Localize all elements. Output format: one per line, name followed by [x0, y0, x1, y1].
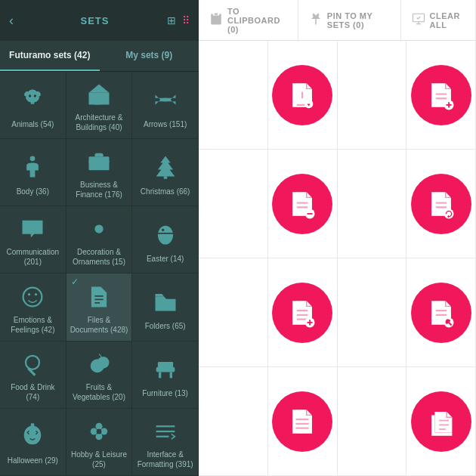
main-cell-3[interactable]	[406, 41, 476, 150]
folders-label: Folders (65)	[145, 321, 186, 331]
clipboard-icon	[209, 12, 223, 29]
svg-rect-29	[158, 362, 173, 369]
food-icon	[17, 351, 48, 378]
interface-icon	[150, 418, 181, 445]
main-cell-13[interactable]	[268, 367, 338, 476]
doc-multi-circle	[411, 391, 471, 452]
main-cell-9[interactable]	[268, 258, 338, 367]
communication-label: Communication (201)	[3, 247, 63, 267]
main-cell-15[interactable]	[406, 367, 476, 476]
pin-icon	[309, 12, 323, 29]
svg-point-18	[28, 293, 30, 295]
main-cell-4[interactable]	[199, 150, 268, 258]
files-icon	[84, 283, 114, 310]
architecture-icon	[84, 81, 114, 108]
hobby-icon	[84, 418, 114, 445]
set-animals[interactable]: Animals (54)	[0, 72, 66, 139]
svg-marker-9	[156, 156, 175, 176]
svg-rect-7	[88, 156, 109, 170]
svg-point-32	[100, 428, 107, 434]
doc-add-circle	[411, 65, 471, 125]
svg-rect-10	[163, 176, 167, 178]
emotions-icon	[17, 283, 48, 310]
doc-refresh-circle	[411, 174, 471, 234]
business-label: Business & Finance (176)	[70, 180, 129, 199]
christmas-label: Christmas (66)	[141, 187, 190, 196]
main-area: TO CLIPBOARD (0) PIN TO MY SETS (0) CLEA…	[199, 0, 476, 476]
main-cell-10[interactable]	[338, 258, 407, 367]
doc-wrench-circle	[411, 283, 471, 343]
svg-rect-27	[159, 372, 161, 379]
set-business[interactable]: Business & Finance (176)	[66, 139, 133, 206]
fruits-icon	[84, 351, 114, 378]
fruits-label: Fruits & Vegetables (20)	[70, 382, 129, 402]
business-icon	[84, 148, 114, 175]
pin-button[interactable]: PIN TO MY SETS (0)	[298, 0, 401, 40]
easter-icon	[150, 219, 181, 249]
food-label: Food & Drink (74)	[3, 382, 63, 402]
svg-point-23	[26, 355, 39, 369]
sidebar: ‹ SETS ⊞ ⠿ Futuramo sets (42) My sets (9…	[0, 0, 199, 476]
svg-point-14	[158, 226, 173, 245]
main-cell-12[interactable]	[199, 367, 268, 476]
list-view-icon[interactable]: ⠿	[182, 14, 190, 26]
folders-icon	[150, 286, 181, 317]
set-architecture[interactable]: Architecture & Buildings (40)	[66, 72, 133, 139]
set-decoration[interactable]: Decoration & Ornaments (15)	[66, 206, 133, 274]
main-cell-6[interactable]	[338, 150, 407, 258]
set-folders[interactable]: Folders (65)	[132, 274, 199, 341]
main-cell-1[interactable]	[268, 41, 338, 150]
svg-rect-3	[104, 95, 107, 99]
set-food[interactable]: Food & Drink (74)	[0, 342, 66, 409]
grid-view-icon[interactable]: ⊞	[167, 14, 176, 26]
set-communication[interactable]: Communication (201)	[0, 206, 66, 274]
main-cell-0[interactable]	[199, 41, 268, 150]
furniture-icon	[150, 354, 181, 384]
body-icon	[17, 152, 48, 182]
svg-point-17	[23, 287, 42, 306]
tab-my-sets[interactable]: My sets (9)	[100, 41, 199, 71]
communication-icon	[17, 215, 48, 243]
main-cell-7[interactable]	[406, 150, 476, 258]
set-furniture[interactable]: Furniture (13)	[132, 342, 199, 409]
set-interface[interactable]: Interface & Formatting (391)	[132, 409, 199, 476]
set-files[interactable]: ✓ Files & Documents (428)	[66, 274, 133, 341]
set-christmas[interactable]: Christmas (66)	[132, 139, 199, 206]
files-label: Files & Documents (428)	[70, 315, 129, 335]
svg-point-31	[91, 428, 97, 434]
set-easter[interactable]: Easter (14)	[132, 206, 199, 274]
halloween-icon	[17, 421, 48, 451]
set-hobby[interactable]: Hobby & Leisure (25)	[66, 409, 133, 476]
svg-point-13	[94, 225, 103, 233]
clear-icon	[412, 12, 425, 29]
back-button[interactable]: ‹	[9, 13, 14, 29]
clipboard-button[interactable]: TO CLIPBOARD (0)	[199, 0, 298, 40]
set-fruits[interactable]: Fruits & Vegetables (20)	[66, 342, 133, 409]
tab-futuramo-sets[interactable]: Futuramo sets (42)	[0, 41, 100, 71]
toolbar: TO CLIPBOARD (0) PIN TO MY SETS (0) CLEA…	[199, 0, 476, 41]
main-cell-8[interactable]	[199, 258, 268, 367]
main-cell-11[interactable]	[406, 258, 476, 367]
svg-point-25	[97, 357, 110, 369]
doc-download-circle	[272, 65, 332, 125]
set-arrows[interactable]: Arrows (151)	[132, 72, 199, 139]
clear-button[interactable]: CLEAR ALL	[401, 0, 476, 40]
set-halloween[interactable]: Halloween (29)	[0, 409, 66, 476]
architecture-label: Architecture & Buildings (40)	[70, 113, 129, 132]
set-body[interactable]: Body (36)	[0, 139, 66, 206]
svg-point-19	[35, 293, 37, 295]
svg-rect-30	[31, 424, 35, 428]
main-cell-2[interactable]	[338, 41, 407, 150]
main-cell-14[interactable]	[338, 367, 407, 476]
interface-label: Interface & Formatting (391)	[135, 450, 195, 469]
arrows-icon	[150, 85, 181, 115]
svg-point-34	[95, 433, 102, 440]
sets-grid: Animals (54) Architecture & Buildings (4…	[0, 72, 199, 476]
svg-point-6	[30, 156, 36, 161]
main-cell-5[interactable]	[268, 150, 338, 258]
sidebar-title: SETS	[23, 15, 167, 26]
view-toggle: ⊞ ⠿	[167, 14, 190, 26]
set-emotions[interactable]: Emotions & Feelings (42)	[0, 274, 66, 341]
furniture-label: Furniture (13)	[142, 388, 188, 398]
svg-rect-2	[97, 95, 101, 99]
